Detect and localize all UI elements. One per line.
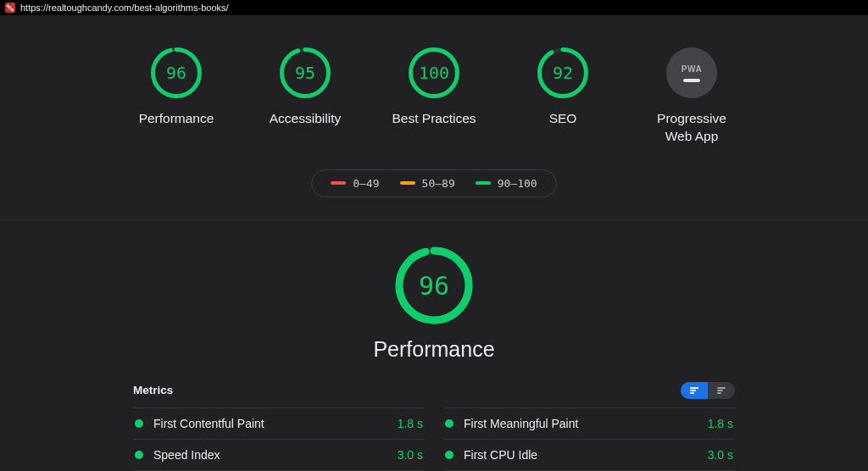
performance-section: 96 Performance xyxy=(0,220,868,362)
metric-row[interactable]: First Meaningful Paint1.8 s xyxy=(443,407,735,439)
legend-avg-label: 50–89 xyxy=(422,177,455,190)
bars-icon xyxy=(717,387,726,394)
legend-avg: 50–89 xyxy=(400,177,455,190)
score-label: Performance xyxy=(139,110,214,128)
page-url: https://realtoughcandy.com/best-algorith… xyxy=(20,3,229,13)
score-seo[interactable]: 92SEO xyxy=(516,47,609,146)
metric-name: First CPU Idle xyxy=(464,448,708,462)
metrics-section: Metrics First Contentful Paint1.8 sSpeed… xyxy=(133,382,735,471)
metric-name: First Meaningful Paint xyxy=(464,417,708,430)
score-accessibility[interactable]: 95Accessibility xyxy=(259,47,352,146)
score-label: ProgressiveWeb App xyxy=(657,110,726,146)
score-pwa[interactable]: PWAProgressiveWeb App xyxy=(645,47,738,146)
pwa-badge-icon: PWA xyxy=(666,47,717,98)
score-value: 96 xyxy=(166,63,186,83)
dash-avg-icon xyxy=(400,181,415,185)
gauge-icon: 100 xyxy=(409,47,459,98)
metric-value: 3.0 s xyxy=(708,448,733,462)
metrics-view-toggle[interactable] xyxy=(681,382,735,399)
metric-value: 3.0 s xyxy=(398,448,423,462)
pwa-badge-text: PWA xyxy=(682,64,702,74)
status-pass-icon xyxy=(135,451,143,459)
favicon-icon: 🍬 xyxy=(5,3,15,13)
score-label: SEO xyxy=(549,110,577,128)
score-best-practices[interactable]: 100Best Practices xyxy=(387,47,481,146)
status-pass-icon xyxy=(445,451,453,459)
score-value: 100 xyxy=(419,63,449,83)
metric-row[interactable]: First CPU Idle3.0 s xyxy=(443,439,735,470)
metric-value: 1.8 s xyxy=(398,417,423,430)
dash-pass-icon xyxy=(476,181,491,185)
legend-box: 0–49 50–89 90–100 xyxy=(311,169,556,197)
metrics-grid: First Contentful Paint1.8 sSpeed Index3.… xyxy=(133,407,735,471)
dash-fail-icon xyxy=(331,181,346,185)
bars-icon xyxy=(690,387,698,394)
score-value: 95 xyxy=(295,63,315,83)
status-pass-icon xyxy=(135,419,143,428)
score-row: 96Performance 95Accessibility 100Best Pr… xyxy=(0,15,868,146)
score-label: Accessibility xyxy=(270,110,341,128)
pwa-bar-icon xyxy=(683,79,700,82)
legend-pass-label: 90–100 xyxy=(498,177,537,190)
gauge-icon: 95 xyxy=(280,47,331,98)
metric-name: First Contentful Paint xyxy=(153,417,398,430)
view-toggle-detailed[interactable] xyxy=(681,382,708,399)
performance-title: Performance xyxy=(373,337,494,362)
gauge-icon: 92 xyxy=(537,47,588,98)
legend-pass: 90–100 xyxy=(476,177,537,190)
score-value: 92 xyxy=(553,63,573,83)
gauge-icon: 96 xyxy=(151,47,202,98)
url-bar: 🍬 https://realtoughcandy.com/best-algori… xyxy=(0,0,868,15)
metric-name: Speed Index xyxy=(153,448,398,462)
performance-score-value: 96 xyxy=(419,270,449,300)
view-toggle-simple[interactable] xyxy=(708,382,735,399)
performance-gauge-large: 96 xyxy=(394,246,474,325)
lighthouse-report: 96Performance 95Accessibility 100Best Pr… xyxy=(0,15,868,471)
metrics-heading: Metrics xyxy=(133,384,173,396)
legend-fail: 0–49 xyxy=(331,177,379,190)
score-legend: 0–49 50–89 90–100 xyxy=(0,169,868,197)
legend-fail-label: 0–49 xyxy=(353,177,379,190)
metric-row[interactable]: Speed Index3.0 s xyxy=(133,439,425,470)
metric-value: 1.8 s xyxy=(708,417,733,430)
score-performance[interactable]: 96Performance xyxy=(130,47,223,146)
metric-row[interactable]: First Contentful Paint1.8 s xyxy=(133,407,425,439)
score-label: Best Practices xyxy=(392,110,476,128)
status-pass-icon xyxy=(445,419,453,428)
